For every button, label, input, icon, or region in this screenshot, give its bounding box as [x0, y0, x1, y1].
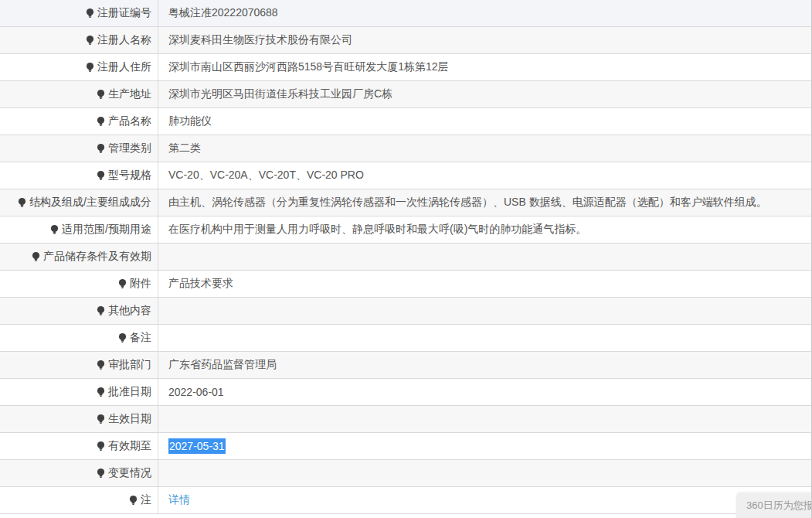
lightbulb-icon: [96, 441, 106, 452]
detail-link[interactable]: 详情: [168, 493, 190, 507]
row-label-text: 有效期至: [108, 439, 151, 453]
row-label: 生产地址: [0, 81, 158, 107]
lightbulb-icon: [96, 305, 106, 316]
row-label: 注册证编号: [0, 0, 158, 26]
row-label-text: 生产地址: [108, 87, 151, 101]
calendar-promo-tooltip[interactable]: 360日历为您报: [736, 492, 811, 518]
row-value-text: 广东省药品监督管理局: [168, 358, 277, 372]
table-row: 产品储存条件及有效期: [0, 244, 811, 271]
row-label-text: 产品名称: [108, 114, 151, 128]
row-value-text: 粤械注准20222070688: [168, 6, 278, 20]
row-value: [158, 460, 811, 486]
table-row: 管理类别 第二类: [0, 135, 811, 162]
row-value: 详情: [158, 487, 811, 513]
table-row: 注 详情: [0, 487, 811, 514]
row-label-text: 附件: [130, 277, 151, 291]
row-label: 注册人名称: [0, 27, 158, 53]
table-row: 备注: [0, 325, 811, 352]
row-value-text: 深圳市光明区马田街道佳乐科技工业园厂房C栋: [168, 87, 392, 101]
row-label-text: 型号规格: [108, 169, 151, 182]
row-value: 由主机、涡轮传感器（分为重复性涡轮传感器和一次性涡轮传感器）、USB 数据线、电…: [158, 189, 811, 216]
table-row: 注册人名称 深圳麦科田生物医疗技术股份有限公司: [0, 27, 811, 54]
lightbulb-icon: [96, 170, 106, 181]
table-row: 有效期至 2027-05-31: [0, 433, 811, 460]
table-row: 生产地址 深圳市光明区马田街道佳乐科技工业园厂房C栋: [0, 81, 811, 108]
lightbulb-icon: [96, 414, 106, 424]
row-label: 注册人住所: [0, 54, 158, 80]
lightbulb-icon: [96, 468, 106, 479]
row-label-text: 注册人住所: [97, 60, 151, 74]
row-label: 型号规格: [0, 162, 158, 189]
row-label: 附件: [0, 271, 158, 297]
row-value-text: 由主机、涡轮传感器（分为重复性涡轮传感器和一次性涡轮传感器）、USB 数据线、电…: [168, 196, 767, 210]
row-value-text: VC-20、VC-20A、VC-20T、VC-20 PRO: [168, 169, 364, 182]
row-label: 有效期至: [0, 433, 158, 459]
lightbulb-icon: [117, 278, 127, 289]
row-label: 备注: [0, 325, 158, 351]
row-label-text: 适用范围/预期用途: [62, 223, 151, 237]
lightbulb-icon: [85, 8, 95, 19]
lightbulb-icon: [17, 197, 27, 208]
row-value: 深圳麦科田生物医疗技术股份有限公司: [158, 27, 811, 53]
calendar-promo-text: 360日历为您报: [746, 499, 811, 513]
row-label-text: 注册证编号: [97, 6, 151, 20]
row-value: [158, 406, 811, 432]
row-label: 其他内容: [0, 298, 158, 324]
row-value: VC-20、VC-20A、VC-20T、VC-20 PRO: [158, 162, 811, 189]
row-label-text: 其他内容: [108, 304, 151, 318]
table-row: 生效日期: [0, 406, 811, 433]
selected-value-text: 2027-05-31: [168, 438, 226, 454]
row-value-text: 2022-06-01: [168, 386, 224, 398]
row-label: 产品名称: [0, 108, 158, 135]
row-label-text: 备注: [130, 331, 151, 345]
row-label-text: 审批部门: [108, 358, 151, 372]
row-value: [158, 244, 811, 270]
row-label: 适用范围/预期用途: [0, 216, 158, 243]
row-label: 审批部门: [0, 352, 158, 378]
row-value: 产品技术要求: [158, 271, 811, 297]
row-value-text: 产品技术要求: [168, 277, 233, 291]
row-label: 结构及组成/主要组成成分: [0, 189, 158, 216]
lightbulb-icon: [117, 332, 127, 343]
row-value: 深圳市光明区马田街道佳乐科技工业园厂房C栋: [158, 81, 811, 107]
row-value-text: 深圳麦科田生物医疗技术股份有限公司: [168, 33, 352, 47]
row-label-text: 注册人名称: [97, 33, 151, 47]
table-row: 注册人住所 深圳市南山区西丽沙河西路5158号百旺研发大厦1栋第12层: [0, 54, 811, 81]
lightbulb-icon: [96, 143, 106, 154]
row-label-text: 结构及组成/主要组成成分: [29, 196, 151, 210]
table-row: 附件 产品技术要求: [0, 271, 811, 298]
row-value: [158, 298, 811, 324]
row-value: [158, 325, 811, 351]
row-value: 2027-05-31: [158, 433, 811, 459]
row-label: 注: [0, 487, 158, 513]
lightbulb-icon: [96, 116, 106, 127]
table-row: 产品名称 肺功能仪: [0, 108, 811, 135]
row-label: 生效日期: [0, 406, 158, 432]
lightbulb-icon: [31, 251, 41, 262]
row-value-text: 在医疗机构中用于测量人用力呼吸时、静息呼吸时和最大呼(吸)气时的肺功能通气指标。: [168, 223, 586, 237]
registration-table: 注册证编号 粤械注准20222070688 注册人名称 深圳麦科田生物医疗技术股…: [0, 0, 811, 514]
row-label-text: 管理类别: [108, 141, 151, 155]
row-label-text: 注: [141, 493, 151, 507]
row-label-text: 产品储存条件及有效期: [43, 250, 151, 264]
row-label-text: 生效日期: [108, 412, 151, 426]
row-label-text: 批准日期: [108, 385, 151, 399]
lightbulb-icon: [96, 387, 106, 397]
row-value: 粤械注准20222070688: [158, 0, 811, 26]
registration-detail-page: 注册证编号 粤械注准20222070688 注册人名称 深圳麦科田生物医疗技术股…: [0, 0, 812, 518]
row-value: 深圳市南山区西丽沙河西路5158号百旺研发大厦1栋第12层: [158, 54, 811, 80]
row-label: 产品储存条件及有效期: [0, 244, 158, 270]
row-value: 肺功能仪: [158, 108, 811, 135]
table-row: 注册证编号 粤械注准20222070688: [0, 0, 811, 27]
row-value-text: 肺功能仪: [168, 114, 212, 128]
row-label: 批准日期: [0, 379, 158, 405]
table-row: 审批部门 广东省药品监督管理局: [0, 352, 811, 379]
lightbulb-icon: [49, 224, 59, 235]
row-label: 变更情况: [0, 460, 158, 486]
row-value-text: 深圳市南山区西丽沙河西路5158号百旺研发大厦1栋第12层: [168, 60, 449, 74]
table-row: 批准日期 2022-06-01: [0, 379, 811, 406]
table-row: 结构及组成/主要组成成分 由主机、涡轮传感器（分为重复性涡轮传感器和一次性涡轮传…: [0, 189, 811, 216]
table-row: 其他内容: [0, 298, 811, 325]
lightbulb-icon: [85, 62, 95, 73]
table-row: 变更情况: [0, 460, 811, 487]
